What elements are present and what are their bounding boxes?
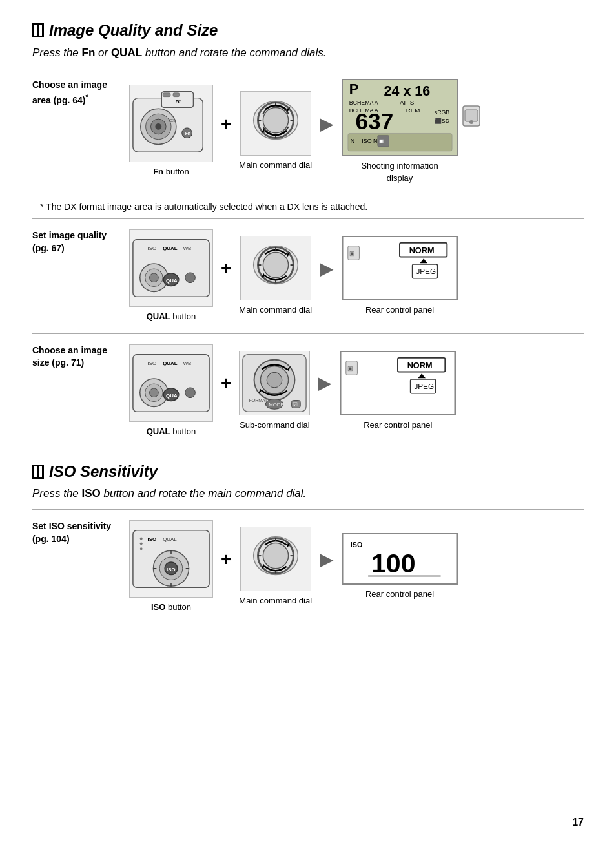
section2-icon [32,465,44,479]
rear-panel-quality-label: Rear control panel [365,304,434,316]
section1-icon [32,23,44,37]
iso-button-diagram: ISO QUAL ISO ISO b [129,520,213,613]
plus3: + [221,370,231,395]
plus1: + [221,111,231,136]
svg-text:▣: ▣ [349,251,355,257]
qual-camera-image2: ISO QUAL WB QUAL [129,344,213,422]
qual-button-diagram2: ISO QUAL WB QUAL QUAL button [129,344,213,437]
section2: ISO Sensitivity Press the ISO button and… [32,461,584,624]
svg-text:QUAL: QUAL [163,361,177,366]
shoot-info-image: P 24 x 16 AF-S BCHEMA A BCHEMA A REM 637 [342,79,458,156]
svg-rect-99 [34,466,37,477]
iso-panel-diagram: ISO 100 Rear control panel [342,533,458,600]
svg-text:ISO: ISO [148,537,157,543]
svg-text:DX: DX [169,119,176,123]
fn-camera-image: Ni DX Fn [129,85,213,162]
svg-rect-1 [34,25,37,36]
svg-point-104 [140,547,143,550]
main-dial-image2 [240,236,311,300]
arrow3: ▶ [318,370,332,395]
svg-text:FORMAT: FORMAT [249,398,268,403]
section1-subtitle: Press the Fn or QUAL button and rotate t… [32,45,584,61]
sub-dial-diagram: FORMAT MODE ☑ Sub-command dial [239,351,310,431]
sub-dial-image: FORMAT MODE ☑ [239,351,310,415]
svg-text:MODE: MODE [269,402,285,408]
svg-text:QUAL: QUAL [166,392,180,398]
page-number: 17 [572,815,584,830]
svg-rect-100 [39,466,42,477]
iso-camera-image: ISO QUAL ISO [129,520,213,598]
svg-rect-2 [39,25,42,36]
svg-point-54 [263,253,288,278]
svg-rect-0 [32,23,44,37]
main-dial-diagram3: Main command dial [239,527,312,607]
svg-rect-10 [163,93,170,97]
svg-text:☑: ☑ [293,401,298,408]
row-image-quality: Set image quality (pg. 67) ISO QUAL WB [32,218,584,333]
footnote: * The DX format image area is automatica… [32,201,584,214]
svg-text:ISO: ISO [148,246,157,252]
svg-rect-40 [465,110,478,121]
svg-text:NORM: NORM [407,360,433,370]
row-iso-label: Set ISO sensitivity (pg. 104) [32,520,129,545]
svg-point-51 [185,273,196,283]
plus2: + [221,256,231,281]
rear-panel-size-image: ▣ NORM JPEG [340,351,456,415]
section2-title: ISO Sensitivity [49,461,158,483]
section1-header: Image Quality and Size [32,19,584,41]
svg-text:▣: ▣ [379,139,384,145]
svg-point-48 [150,273,159,282]
svg-text:100: 100 [371,549,416,579]
row-image-quality-label: Set image quality (pg. 67) [32,229,129,255]
main-dial-label3: Main command dial [239,595,312,607]
svg-text:AF-S: AF-S [400,100,415,107]
row-image-size-content: ISO QUAL WB QUAL QUAL button + [129,344,584,437]
svg-rect-11 [173,93,180,97]
qual-button-label: QUAL button [147,311,196,322]
svg-text:sRGB: sRGB [435,110,450,116]
rear-panel-quality-diagram: ▣ NORM JPEG Rear control panel [342,236,458,316]
plus4: + [221,547,231,572]
svg-text:WB: WB [183,361,192,366]
svg-text:REM: REM [406,107,420,114]
rear-panel-size-diagram: ▣ NORM JPEG Rear control panel [340,351,456,431]
row-image-quality-content: ISO QUAL WB QUAL QUAL button [129,229,584,322]
rear-panel-quality-image: ▣ NORM JPEG [342,236,458,300]
svg-point-75 [150,388,159,397]
shoot-info-label: Shooting informationdisplay [361,160,438,183]
row-iso-content: ISO QUAL ISO ISO b [129,520,584,613]
svg-point-82 [267,372,283,388]
svg-text:ISO: ISO [148,361,157,366]
svg-text:P: P [349,81,358,97]
svg-text:NORM: NORM [409,246,435,255]
rear-panel-size-label: Rear control panel [364,419,432,431]
svg-text:QUAL: QUAL [166,278,180,284]
qual-button-diagram: ISO QUAL WB QUAL QUAL button [129,229,213,322]
section2-subtitle: Press the ISO button and rotate the main… [32,486,584,501]
svg-point-78 [185,387,196,397]
row-image-area: Choose an image area (pg. 64)* [32,68,584,194]
svg-point-117 [263,543,288,569]
svg-text:QUAL: QUAL [163,537,177,543]
row-image-size-label: Choose an image size (pg. 71) [32,344,129,370]
svg-text:QUAL: QUAL [163,246,177,252]
fn-button-diagram: Ni DX Fn Fn button [129,85,213,178]
side-icon [462,105,481,131]
row-image-area-label: Choose an image area (pg. 64)* [32,79,129,107]
main-dial-diagram1: Main command dial [239,91,312,171]
main-dial-label2: Main command dial [239,304,312,316]
section1-title: Image Quality and Size [49,19,218,41]
row-image-area-content: Ni DX Fn Fn button + [129,79,584,183]
section1: Image Quality and Size Press the Fn or Q… [32,19,584,448]
row-image-size: Choose an image size (pg. 71) ISO QUAL W… [32,333,584,448]
svg-text:BCHEMA A: BCHEMA A [349,100,378,107]
arrow1: ▶ [320,111,334,136]
svg-text:24 x 16: 24 x 16 [384,83,431,99]
svg-point-103 [140,543,143,545]
svg-text:ISO: ISO [351,541,363,549]
svg-text:Fn: Fn [185,131,190,136]
iso-panel-image: ISO 100 [342,533,458,585]
qual-button-label2: QUAL button [147,426,196,437]
main-dial-image1 [240,91,311,156]
svg-text:JPEG: JPEG [416,267,436,275]
